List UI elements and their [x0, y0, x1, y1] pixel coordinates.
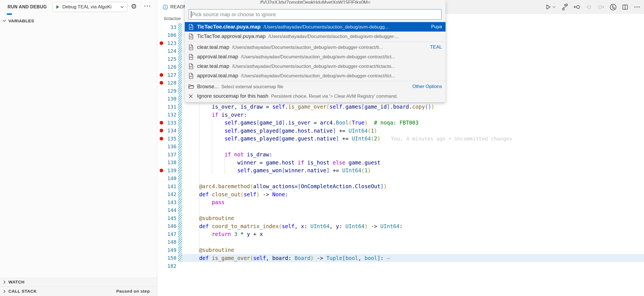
- code-line-144[interactable]: 144: [158, 206, 644, 214]
- more-actions-icon[interactable]: ⋯: [144, 2, 151, 10]
- run-button[interactable]: [545, 4, 557, 10]
- debug-config-dropdown[interactable]: Debug TEAL via AlgoKi: [53, 2, 127, 12]
- line-number[interactable]: 148: [165, 239, 176, 245]
- line-number[interactable]: 150: [165, 255, 176, 261]
- debug-graph-button[interactable]: [609, 3, 617, 11]
- line-number[interactable]: 147: [165, 231, 176, 237]
- line-number[interactable]: 137: [165, 152, 176, 157]
- breakpoint-icon[interactable]: [158, 129, 165, 132]
- code-text[interactable]: self.games[game_id].is_over = arc4.Bool(…: [186, 119, 418, 127]
- line-number[interactable]: 135: [165, 136, 176, 142]
- code-text[interactable]: self.games_played[game.guest.native] += …: [186, 135, 512, 143]
- code-text[interactable]: def close_out(self) -> None:: [186, 190, 288, 199]
- trace-steps-icon: [561, 3, 569, 11]
- line-number[interactable]: 182: [165, 263, 176, 269]
- code-text[interactable]: is_over, is_draw = self.is_game_over(sel…: [186, 103, 434, 111]
- code-line-136[interactable]: 136: [158, 143, 644, 151]
- line-number[interactable]: 124: [165, 48, 176, 54]
- breakpoint-icon[interactable]: [158, 73, 165, 77]
- line-number[interactable]: 141: [165, 183, 176, 189]
- breakpoint-icon[interactable]: [158, 41, 165, 45]
- breakpoint-icon[interactable]: [158, 121, 165, 125]
- line-number[interactable]: 143: [165, 199, 176, 205]
- quickpick-item[interactable]: TicTacToe.approval.puya.map/Users/asthay…: [185, 32, 446, 41]
- fold-chevron-icon[interactable]: [182, 256, 186, 260]
- step-back-button[interactable]: [573, 3, 581, 11]
- split-editor-button[interactable]: [622, 4, 629, 11]
- quickpick-item[interactable]: clear.teal.map/Users/asthayadav/Document…: [185, 61, 446, 71]
- line-number[interactable]: 129: [165, 88, 176, 94]
- code-line-140[interactable]: 140: [158, 175, 644, 183]
- line-number[interactable]: 146: [165, 223, 176, 229]
- more-actions-button[interactable]: [633, 3, 641, 11]
- code-line-132[interactable]: 132 if is_over:: [158, 111, 644, 119]
- code-text[interactable]: winner = game.host if is_host else game.…: [186, 159, 380, 167]
- line-number[interactable]: 125: [165, 56, 176, 62]
- code-text[interactable]: if not is_draw:: [186, 151, 272, 159]
- code-line-138[interactable]: 138 winner = game.host if is_host else g…: [158, 159, 644, 167]
- code-line-134[interactable]: 134 self.games_played[game.host.native] …: [158, 127, 644, 135]
- line-number[interactable]: 140: [165, 175, 176, 181]
- line-number[interactable]: 126: [165, 64, 176, 70]
- code-line-150[interactable]: 150 def is_game_over(self, board: Board)…: [158, 254, 644, 262]
- line-number[interactable]: 145: [165, 215, 176, 221]
- code-text[interactable]: return 3 * y + x: [186, 230, 263, 238]
- code-line-143[interactable]: 143 pass: [158, 198, 644, 206]
- debug-start-icon[interactable]: [56, 5, 60, 9]
- sidebar-section-call-stack[interactable]: CALL STACK Paused on step: [0, 286, 157, 296]
- code-line-131[interactable]: 131 is_over, is_draw = self.is_game_over…: [158, 103, 644, 111]
- code-text[interactable]: pass: [186, 198, 225, 206]
- line-number[interactable]: 134: [165, 128, 176, 133]
- line-number[interactable]: 139: [165, 168, 176, 173]
- code-line-148[interactable]: 148: [158, 238, 644, 246]
- line-number[interactable]: 123: [165, 40, 176, 46]
- line-number[interactable]: 133: [165, 120, 176, 126]
- code-text[interactable]: def coord_to_matrix_index(self, x: UInt6…: [186, 222, 402, 230]
- code-line-149[interactable]: 149 @subroutine: [158, 246, 644, 254]
- code-line-147[interactable]: 147 return 3 * y + x: [158, 230, 644, 238]
- quickpick-item[interactable]: approval.teal.map/Users/asthayadav/Docum…: [185, 71, 446, 80]
- gear-icon[interactable]: ⚙: [131, 3, 137, 10]
- quickpick-item[interactable]: Browse...Select external sourcemap fileO…: [185, 82, 446, 91]
- line-number[interactable]: 131: [165, 104, 176, 110]
- code-line-141[interactable]: 141 @arc4.baremethod(allow_actions=[OnCo…: [158, 182, 644, 190]
- quickpick-item[interactable]: TicTacToe.clear.puya.map/Users/asthayada…: [185, 22, 446, 32]
- line-number[interactable]: 127: [165, 72, 176, 78]
- code-text[interactable]: self.games_played[game.host.native] += U…: [186, 127, 377, 135]
- code-line-146[interactable]: 146 def coord_to_matrix_index(self, x: U…: [158, 222, 644, 230]
- breadcrumb-file[interactable]: tictactoe: [164, 16, 181, 21]
- code-text[interactable]: @subroutine: [186, 246, 234, 254]
- quickpick-item[interactable]: approval.teal.map/Users/asthayadav/Docum…: [185, 52, 446, 61]
- breakpoint-icon[interactable]: [158, 137, 165, 140]
- line-number[interactable]: 33: [165, 24, 176, 30]
- code-text[interactable]: @subroutine: [186, 214, 234, 222]
- quickpick-item[interactable]: Ignore sourcemap for this hashPersistent…: [185, 91, 446, 101]
- quickpick-item[interactable]: clear.teal.map/Users/asthayadav/Document…: [185, 42, 446, 52]
- code-line-139[interactable]: 139 self.games_won[winner.native] += UIn…: [158, 166, 644, 175]
- line-number[interactable]: 106: [165, 32, 176, 38]
- breakpoint-icon[interactable]: [158, 81, 165, 85]
- code-text[interactable]: self.games_won[winner.native] += UInt64(…: [186, 166, 371, 175]
- code-text[interactable]: if is_over:: [186, 111, 247, 119]
- quickpick-input[interactable]: Pick source map or choose to ignore: [189, 9, 442, 20]
- code-line-182[interactable]: 182: [158, 262, 644, 270]
- sidebar-section-watch[interactable]: WATCH: [0, 278, 157, 286]
- sidebar-section-variables[interactable]: VARIABLES: [0, 16, 157, 25]
- line-number[interactable]: 130: [165, 96, 176, 102]
- line-number[interactable]: 132: [165, 112, 176, 118]
- code-line-145[interactable]: 145 @subroutine: [158, 214, 644, 222]
- line-number[interactable]: 136: [165, 144, 176, 149]
- code-text[interactable]: @arc4.baremethod(allow_actions=[OnComple…: [186, 182, 387, 190]
- line-number[interactable]: 138: [165, 159, 176, 165]
- code-line-135[interactable]: 135 self.games_played[game.guest.native]…: [158, 135, 644, 143]
- code-line-133[interactable]: 133 self.games[game_id].is_over = arc4.B…: [158, 119, 644, 127]
- code-line-142[interactable]: 142 def close_out(self) -> None:: [158, 190, 644, 199]
- line-number[interactable]: 128: [165, 80, 176, 86]
- line-number[interactable]: 149: [165, 247, 176, 253]
- code-line-137[interactable]: 137 if not is_draw:: [158, 151, 644, 159]
- line-number[interactable]: 142: [165, 191, 176, 197]
- debug-trace-button[interactable]: [561, 3, 569, 11]
- line-number[interactable]: 144: [165, 207, 176, 213]
- code-text[interactable]: def is_game_over(self, board: Board) -> …: [186, 254, 390, 262]
- breakpoint-icon[interactable]: [158, 169, 165, 172]
